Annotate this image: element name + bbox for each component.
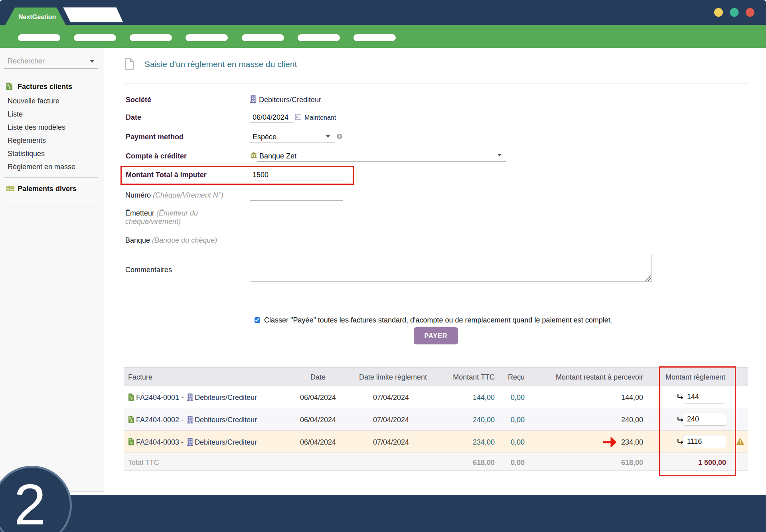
svg-text:$: $ <box>8 85 10 89</box>
svg-text:$: $ <box>7 187 9 191</box>
svg-text:$: $ <box>130 396 133 400</box>
svg-text:$: $ <box>130 441 133 445</box>
svg-text:$: $ <box>130 418 133 423</box>
